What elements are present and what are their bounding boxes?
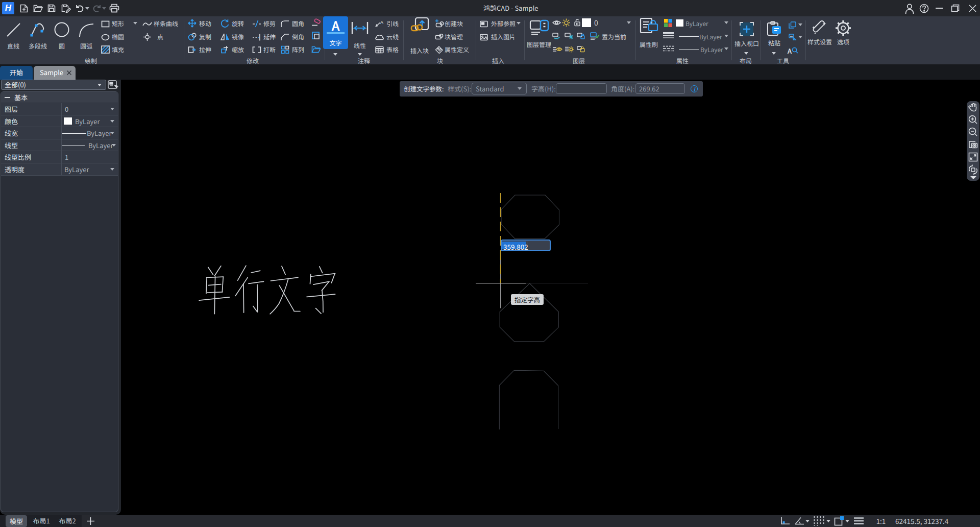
- svg-text:A: A: [380, 20, 383, 25]
